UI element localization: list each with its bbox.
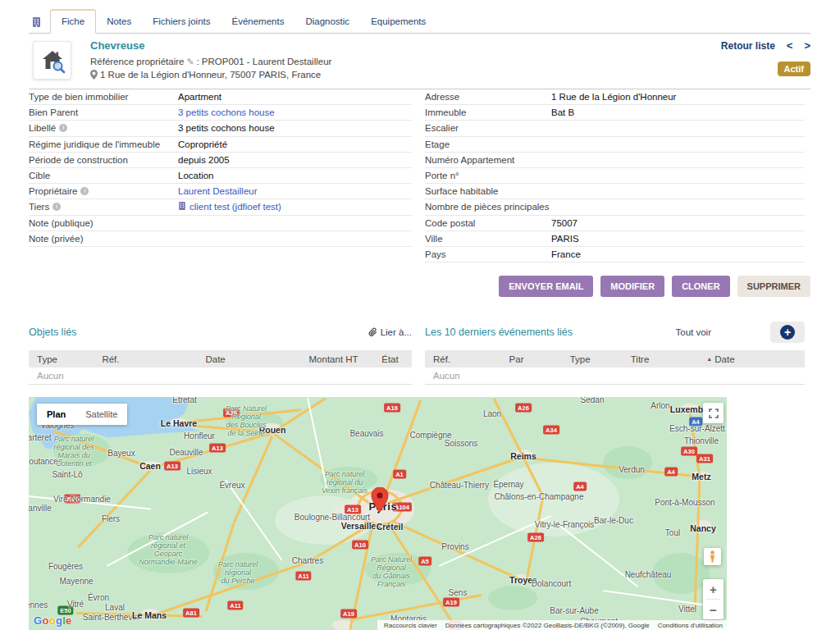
map-label: Parc naturel régional du Perche	[218, 560, 258, 585]
tab-diagnostic[interactable]: Diagnostic	[294, 11, 360, 33]
road-badge: A1	[393, 470, 406, 479]
field-label: Libelléi	[29, 123, 178, 133]
send-email-button[interactable]: ENVOYER EMAIL	[499, 276, 593, 297]
reference-line: Référence propriétaire ✎ : PROP001 - Lau…	[90, 55, 331, 68]
edit-icon[interactable]: ✎	[186, 55, 194, 68]
field-label: Ville	[425, 234, 551, 244]
next-record-button[interactable]: >	[804, 39, 810, 52]
delete-button[interactable]: SUPPRIMER	[737, 276, 810, 297]
map-label: Saint-Lô	[52, 470, 82, 479]
field-label: Cible	[29, 171, 178, 180]
field-label: Escalier	[425, 123, 551, 133]
field-label: Pays	[425, 249, 551, 259]
road-badge: A19	[443, 598, 459, 607]
column-header[interactable]: Par	[501, 354, 562, 364]
pegman-button[interactable]	[704, 548, 721, 565]
map-label: Mayenne	[59, 577, 93, 586]
google-letter: G	[34, 614, 42, 627]
keyboard-shortcuts-link[interactable]: Raccourcis clavier	[384, 622, 437, 629]
field-label: Propriétairei	[29, 186, 178, 196]
field-row: PaysFrance	[425, 247, 805, 262]
map-label: Évreux	[219, 481, 244, 490]
field-row: Libelléi3 petits cochons house	[29, 121, 412, 136]
field-value: depuis 2005	[178, 155, 230, 165]
tab-equipements[interactable]: Equipements	[360, 11, 436, 33]
map-label: Parc Naturel Régional du Gâtinais França…	[371, 555, 412, 588]
clone-button[interactable]: CLONER	[672, 276, 729, 297]
field-row: PropriétaireiLaurent Destailleur	[29, 184, 412, 199]
map-label: Saint-Berthevin	[83, 613, 139, 622]
road-badge: A34	[543, 426, 559, 435]
column-header[interactable]: Réf.	[425, 354, 501, 364]
road-badge: A30	[681, 447, 697, 456]
see-all-link[interactable]: Tout voir	[676, 327, 711, 337]
map-label: Honfleur	[184, 431, 215, 441]
sort-asc-icon: ▲	[706, 356, 712, 362]
map-satellite-button[interactable]: Satellite	[75, 404, 127, 425]
zoom-in-button[interactable]: +	[703, 579, 724, 599]
object-header: Chevreuse Référence propriétaire ✎ : PRO…	[29, 38, 810, 87]
map-label: Esch-sur-Alzett	[669, 424, 725, 433]
google-letter: e	[66, 614, 72, 627]
fields-right-column: Adresse1 Rue de la Légion d'HonneurImmeu…	[425, 89, 805, 262]
map-plan-button[interactable]: Plan	[37, 404, 75, 425]
back-to-list-link[interactable]: Retour liste	[721, 40, 775, 52]
map-label: Etretat	[172, 397, 196, 404]
google-letter: o	[42, 614, 48, 627]
field-value: Location	[178, 171, 213, 180]
field-row: VillePARIS	[425, 231, 805, 247]
info-icon: i	[52, 203, 61, 211]
map-label: Épernay	[493, 480, 523, 489]
map-label: e-Carteret	[29, 433, 52, 442]
linked-objects-title: Objets liés	[29, 326, 76, 338]
map-pin[interactable]	[371, 487, 389, 515]
map[interactable]: A29A13A13A16A26A1A104A13A10A11A11A19A19A…	[29, 397, 727, 630]
action-buttons: ENVOYER EMAIL MODIFIER CLONER SUPPRIMER	[499, 276, 810, 297]
column-header[interactable]: ▲Date	[698, 354, 805, 364]
add-event-button[interactable]: +	[770, 322, 805, 343]
map-label: Le Mans	[132, 610, 167, 620]
column-header[interactable]: Type	[562, 354, 623, 364]
field-value: 75007	[551, 218, 578, 228]
fields-left-column: Type de bien immobilierApartmentBien Par…	[29, 89, 412, 247]
field-value-link[interactable]: client test (jdfioef test)	[178, 201, 281, 212]
map-label: Rennes	[29, 600, 48, 609]
map-label: Fougères	[48, 562, 83, 571]
building-icon	[31, 16, 42, 28]
column-header[interactable]: Titre	[623, 354, 699, 364]
field-value: PARIS	[551, 234, 579, 244]
tab-evenements[interactable]: Événements	[221, 11, 294, 33]
modify-button[interactable]: MODIFIER	[600, 276, 664, 297]
prev-record-button[interactable]: <	[787, 39, 793, 52]
link-to-label: Lier à...	[381, 327, 412, 337]
info-icon: i	[59, 124, 67, 132]
map-label: Luxemb	[670, 404, 703, 414]
google-logo[interactable]: Google	[34, 614, 72, 627]
info-icon: i	[80, 187, 89, 195]
map-label: Vitré	[67, 600, 84, 609]
field-label: Etage	[425, 139, 551, 149]
field-value-link[interactable]: 3 petits cochons house	[178, 107, 275, 117]
column-header: Réf.	[94, 354, 197, 364]
property-photo[interactable]	[33, 41, 71, 80]
field-row: ImmeubleBat B	[425, 105, 805, 121]
terms-link[interactable]: Conditions d'utilisation	[658, 622, 723, 629]
tab-fiche[interactable]: Fiche	[50, 9, 96, 34]
tab-notes[interactable]: Notes	[96, 11, 142, 33]
zoom-out-button[interactable]: −	[703, 600, 724, 619]
link-to-button[interactable]: Lier à...	[368, 327, 412, 337]
column-header: Montant HT	[301, 354, 374, 364]
map-label: Arlon	[651, 401, 669, 410]
column-header: Type	[29, 354, 94, 364]
map-label: Bar-sur-Aube	[550, 606, 598, 615]
map-label: Beauvais	[349, 429, 383, 438]
fullscreen-button[interactable]	[703, 403, 724, 423]
fullscreen-icon	[709, 409, 719, 418]
building-icon	[178, 201, 186, 212]
field-value-link[interactable]: Laurent Destailleur	[178, 186, 258, 196]
field-row: Escalier	[425, 121, 805, 136]
map-label: Laval	[105, 603, 125, 612]
map-label: Sedan	[581, 397, 605, 404]
road-badge: A16	[384, 404, 400, 413]
tab-fichiers-joints[interactable]: Fichiers joints	[142, 11, 221, 33]
